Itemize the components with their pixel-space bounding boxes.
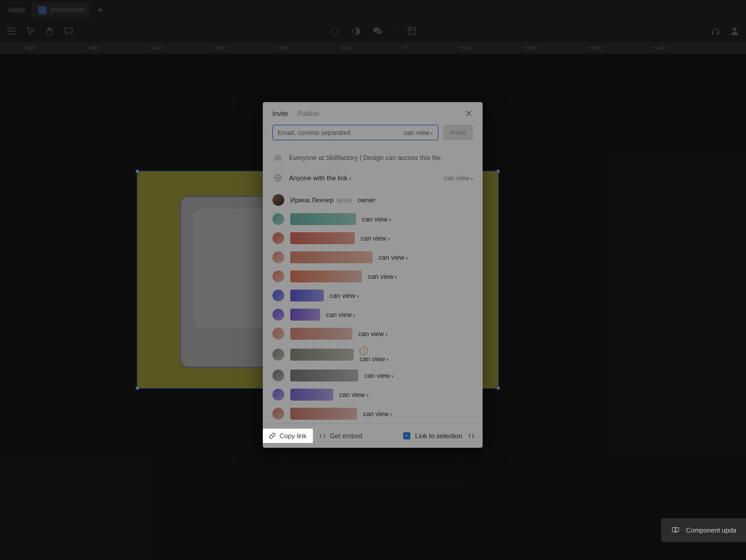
owner-row: Ирина Лехнер (you) owner [263,190,483,210]
code-icon [319,432,326,439]
copy-link-button[interactable]: Copy link [263,429,313,443]
collaborator-row: !can view▾ [263,343,483,366]
owner-name: Ирина Лехнер [290,196,333,204]
book-icon [671,525,680,535]
collaborator-row: can view▾ [263,385,483,404]
redacted-name [290,290,324,301]
redacted-name [290,408,357,420]
collaborator-row: can view▾ [263,286,483,305]
collaborator-row: can view▾ [263,210,483,229]
redacted-name [290,251,373,263]
svg-point-7 [275,155,277,158]
collab-perm-dropdown[interactable]: can view▾ [368,273,397,280]
collaborator-list: Ирина Лехнер (you) owner can view▾can vi… [263,188,483,423]
link-to-selection-label: Link to selection [415,432,462,439]
toast-text: Component upda [686,527,736,534]
collaborator-row: can view▾ [263,229,483,248]
link-access-label: Anyone with the link▾ [289,174,351,181]
perm-dropdown[interactable]: can view▾ [404,129,433,136]
collaborator-row: can view▾ [263,248,483,267]
collab-perm-dropdown[interactable]: can view▾ [362,216,391,223]
redacted-name [290,349,354,361]
share-settings-icon[interactable] [467,432,475,440]
toast-notification[interactable]: Component upda [661,518,746,542]
collaborator-row: can view▾ [263,324,483,343]
email-field[interactable] [278,129,400,136]
avatar [272,389,284,401]
avatar [272,309,284,321]
avatar [272,349,284,361]
link-icon [269,432,276,439]
collaborator-row: can view▾ [263,267,483,286]
email-input-wrap[interactable]: can view▾ [272,125,438,140]
collab-perm-dropdown[interactable]: can view▾ [379,254,408,261]
globe-icon [272,173,283,183]
redacted-name [290,370,358,381]
avatar [272,232,284,244]
avatar [272,370,284,381]
redacted-name [290,232,355,244]
dialog-footer: Copy link Get embed ✓ Link to selection [263,423,483,448]
collab-perm-dropdown[interactable]: can view▾ [361,235,390,242]
team-icon [272,152,283,163]
dialog-header: Invite Publish [263,102,483,125]
team-access-text: Everyone at Skillfactory | Design can ac… [289,154,443,161]
close-icon[interactable] [465,109,473,118]
share-dialog: Invite Publish can view▾ Invite Everyone… [263,102,483,448]
link-perm-dropdown[interactable]: can view▾ [444,174,473,181]
svg-point-11 [472,436,474,438]
team-access-row: Everyone at Skillfactory | Design can ac… [263,147,483,168]
get-embed-button[interactable]: Get embed [313,429,368,443]
avatar [272,328,284,340]
avatar [272,270,284,282]
owner-role: owner [357,196,375,204]
warning-icon: ! [360,347,368,355]
collab-perm-dropdown[interactable]: can view▾ [358,330,388,337]
svg-point-8 [278,155,280,158]
tab-publish[interactable]: Publish [297,110,319,117]
collab-perm-dropdown[interactable]: can view▾ [326,311,355,318]
link-access-row[interactable]: Anyone with the link▾ can view▾ [263,168,483,188]
link-to-selection-checkbox[interactable]: ✓ [403,432,410,439]
tab-invite[interactable]: Invite [272,110,288,117]
collaborator-row: can view▾ [263,404,483,423]
avatar [272,213,284,225]
redacted-name [290,270,362,282]
redacted-name [290,309,320,321]
redacted-name [290,328,352,340]
collab-perm-dropdown[interactable]: can view▾ [363,410,392,417]
collab-perm-dropdown[interactable]: can view▾ [364,372,394,379]
redacted-name [290,389,333,401]
you-label: (you) [336,196,351,204]
invite-button[interactable]: Invite [443,125,473,140]
svg-point-10 [469,434,471,436]
collab-perm-dropdown[interactable]: can view▾ [339,391,369,398]
redacted-name [290,213,356,225]
collab-perm-dropdown[interactable]: can view▾ [330,292,359,299]
avatar [272,194,284,206]
avatar [272,408,284,420]
avatar [272,251,284,263]
collaborator-row: can view▾ [263,305,483,324]
collab-perm-dropdown[interactable]: !can view▾ [360,347,389,362]
avatar [272,290,284,301]
collaborator-row: can view▾ [263,366,483,385]
